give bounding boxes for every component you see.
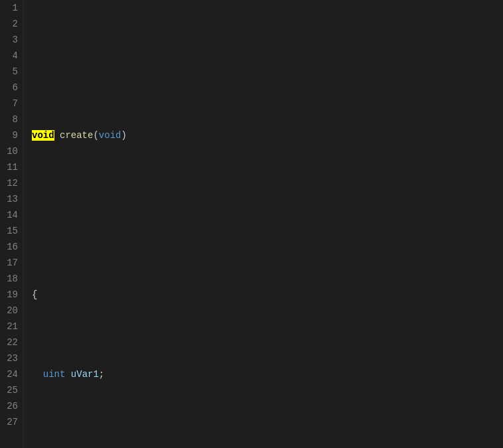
line-num-15: 15	[5, 223, 18, 239]
line-num-26: 26	[5, 398, 18, 414]
line-num-4: 4	[5, 48, 18, 64]
line-num-6: 6	[5, 80, 18, 96]
code-line-3	[32, 207, 503, 223]
line-num-8: 8	[5, 112, 18, 127]
line-num-2: 2	[5, 16, 18, 32]
line-num-19: 19	[5, 287, 18, 303]
line-num-27: 27	[5, 414, 18, 430]
line-num-23: 23	[5, 350, 18, 366]
line-num-1: 1	[5, 0, 18, 16]
code-line-2: void create(void)	[32, 127, 503, 143]
line-num-3: 3	[5, 32, 18, 48]
line-num-7: 7	[5, 96, 18, 112]
line-numbers: 1 2 3 4 5 6 7 8 9 10 11 12 13 14 15 16 1…	[0, 0, 24, 448]
line-num-20: 20	[5, 303, 18, 319]
line-num-16: 16	[5, 239, 18, 255]
line-num-12: 12	[5, 175, 18, 191]
line-num-14: 14	[5, 207, 18, 223]
code-line-5: uint uVar1;	[32, 366, 503, 382]
line-num-11: 11	[5, 159, 18, 175]
line-num-25: 25	[5, 382, 18, 398]
code-line-4: {	[32, 287, 503, 303]
line-num-13: 13	[5, 191, 18, 207]
line-num-18: 18	[5, 271, 18, 287]
line-num-10: 10	[5, 143, 18, 159]
line-num-21: 21	[5, 319, 18, 335]
line-num-5: 5	[5, 64, 18, 80]
line-num-9: 9	[5, 127, 18, 143]
line-num-22: 22	[5, 335, 18, 350]
code-editor: 1 2 3 4 5 6 7 8 9 10 11 12 13 14 15 16 1…	[0, 0, 503, 448]
line-num-24: 24	[5, 366, 18, 382]
code-line-1	[32, 48, 503, 64]
line-num-17: 17	[5, 255, 18, 271]
code-body[interactable]: void create(void) { uint uVar1; uint siz…	[24, 0, 503, 448]
